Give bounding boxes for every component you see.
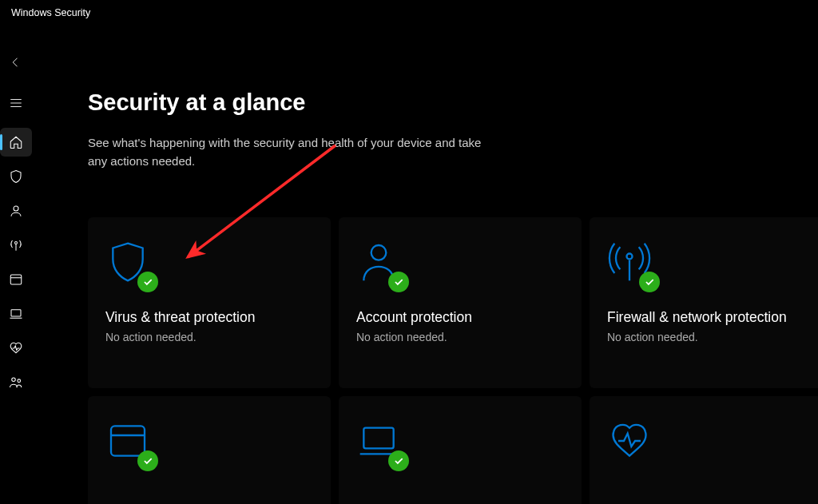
- home-icon: [9, 135, 23, 149]
- back-button[interactable]: [0, 48, 32, 77]
- hamburger-icon: [9, 96, 23, 110]
- antenna-icon: [607, 240, 658, 291]
- check-icon: [142, 276, 153, 288]
- sidebar-item-virus[interactable]: [0, 162, 32, 191]
- shield-icon: [9, 169, 23, 184]
- card-grid: Virus & threat protection No action need…: [88, 217, 818, 505]
- check-icon: [393, 276, 404, 288]
- svg-point-4: [12, 378, 16, 382]
- svg-rect-2: [10, 275, 22, 284]
- status-ok-badge: [639, 272, 660, 292]
- sidebar-item-performance[interactable]: [0, 334, 32, 363]
- card-title: Virus & threat protection: [105, 308, 313, 327]
- sidebar-item-home[interactable]: [0, 128, 32, 157]
- card-account-protection[interactable]: Account protection No action needed.: [339, 217, 582, 388]
- browser-icon: [105, 419, 157, 470]
- card-title: Account protection: [356, 308, 564, 327]
- svg-rect-9: [363, 427, 393, 448]
- heartbeat-icon: [607, 419, 658, 470]
- svg-point-1: [15, 242, 18, 244]
- card-device-security[interactable]: [339, 396, 582, 505]
- sidebar-item-appbrowser[interactable]: [0, 265, 32, 294]
- card-status: No action needed.: [105, 331, 313, 343]
- arrow-left-icon: [9, 55, 23, 69]
- card-device-performance[interactable]: [590, 396, 818, 505]
- svg-point-0: [14, 206, 18, 211]
- main-content: Security at a glance See what's happenin…: [32, 26, 818, 504]
- card-status: No action needed.: [356, 331, 564, 343]
- card-app-browser[interactable]: [88, 396, 331, 505]
- sidebar-item-family[interactable]: [0, 368, 32, 397]
- antenna-icon: [9, 238, 23, 252]
- svg-point-6: [371, 245, 387, 260]
- heartbeat-icon: [9, 341, 23, 355]
- check-icon: [393, 455, 404, 466]
- sidebar-item-firewall[interactable]: [0, 231, 32, 260]
- page-title: Security at a glance: [88, 89, 818, 116]
- card-firewall-network[interactable]: Firewall & network protection No action …: [590, 217, 818, 388]
- status-ok-badge: [388, 272, 409, 292]
- svg-rect-3: [11, 310, 21, 316]
- card-status: No action needed.: [607, 331, 815, 343]
- shield-icon: [105, 240, 157, 291]
- sidebar-item-account[interactable]: [0, 196, 32, 225]
- check-icon: [644, 276, 655, 288]
- family-icon: [9, 375, 23, 390]
- card-virus-threat[interactable]: Virus & threat protection No action need…: [88, 217, 331, 388]
- svg-point-7: [627, 253, 633, 259]
- person-icon: [9, 204, 23, 218]
- sidebar: [0, 26, 32, 504]
- status-ok-badge: [388, 450, 409, 471]
- laptop-icon: [9, 307, 23, 321]
- menu-button[interactable]: [0, 89, 32, 117]
- status-ok-badge: [137, 450, 158, 471]
- check-icon: [142, 455, 153, 466]
- person-icon: [356, 240, 407, 291]
- sidebar-item-device[interactable]: [0, 300, 32, 328]
- status-ok-badge: [137, 272, 158, 292]
- browser-icon: [9, 272, 23, 287]
- laptop-icon: [356, 419, 407, 470]
- page-subtitle: See what's happening with the security a…: [88, 133, 503, 171]
- card-title: Firewall & network protection: [607, 308, 815, 327]
- svg-point-5: [18, 379, 21, 383]
- svg-rect-8: [111, 426, 145, 455]
- app-title: Windows Security: [11, 7, 90, 18]
